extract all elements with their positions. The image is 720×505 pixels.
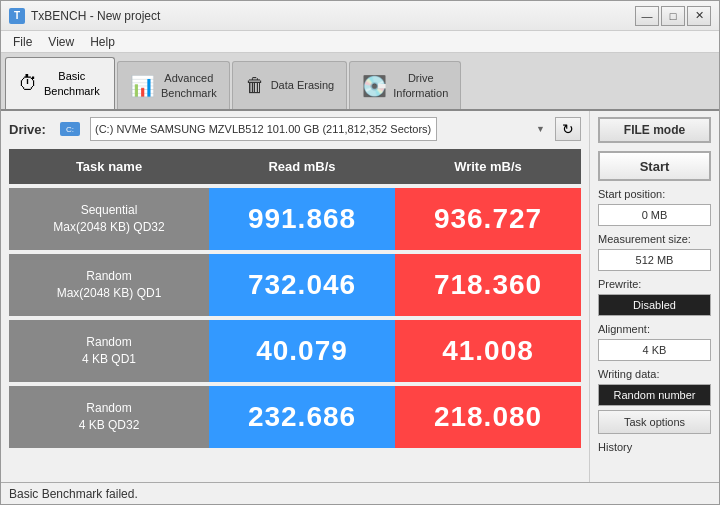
measurement-size-label: Measurement size:	[598, 233, 711, 245]
tab-advanced-label: AdvancedBenchmark	[161, 71, 217, 100]
drive-type-icon: C:	[60, 122, 80, 136]
col-write: Write mB/s	[395, 155, 581, 178]
menu-view[interactable]: View	[40, 33, 82, 51]
alignment-value: 4 KB	[598, 339, 711, 361]
minimize-button[interactable]: —	[635, 6, 659, 26]
drive-row: Drive: C: (C:) NVMe SAMSUNG MZVLB512 101…	[9, 117, 581, 141]
tab-basic-icon: ⏱	[18, 72, 38, 95]
read-value-1: 732.046	[209, 254, 395, 316]
tab-drive-label: DriveInformation	[393, 71, 448, 100]
menu-bar: File View Help	[1, 31, 719, 53]
task-name-1: RandomMax(2048 KB) QD1	[9, 254, 209, 316]
write-value-0: 936.727	[395, 188, 581, 250]
right-panel: FILE mode Start Start position: 0 MB Mea…	[589, 111, 719, 482]
left-panel: Drive: C: (C:) NVMe SAMSUNG MZVLB512 101…	[1, 111, 589, 482]
table-row: Random4 KB QD1 40.079 41.008	[9, 320, 581, 382]
write-value-2: 41.008	[395, 320, 581, 382]
tab-basic-benchmark[interactable]: ⏱ BasicBenchmark	[5, 57, 115, 109]
start-button[interactable]: Start	[598, 151, 711, 181]
read-value-0: 991.868	[209, 188, 395, 250]
write-value-3: 218.080	[395, 386, 581, 448]
window-title: TxBENCH - New project	[31, 9, 160, 23]
task-name-0: SequentialMax(2048 KB) QD32	[9, 188, 209, 250]
measurement-size-value: 512 MB	[598, 249, 711, 271]
status-bar: Basic Benchmark failed.	[1, 482, 719, 504]
read-value-2: 40.079	[209, 320, 395, 382]
prewrite-label: Prewrite:	[598, 278, 711, 290]
close-button[interactable]: ✕	[687, 6, 711, 26]
drive-select[interactable]: (C:) NVMe SAMSUNG MZVLB512 101.00 GB (21…	[90, 117, 437, 141]
alignment-label: Alignment:	[598, 323, 711, 335]
tab-advanced-icon: 📊	[130, 74, 155, 98]
col-task-name: Task name	[9, 155, 209, 178]
read-value-3: 232.686	[209, 386, 395, 448]
col-read: Read mB/s	[209, 155, 395, 178]
prewrite-value: Disabled	[598, 294, 711, 316]
table-header: Task name Read mB/s Write mB/s	[9, 149, 581, 184]
table-row: SequentialMax(2048 KB) QD32 991.868 936.…	[9, 188, 581, 250]
app-icon: T	[9, 8, 25, 24]
tab-data-erasing[interactable]: 🗑 Data Erasing	[232, 61, 348, 109]
maximize-button[interactable]: □	[661, 6, 685, 26]
benchmark-rows: SequentialMax(2048 KB) QD32 991.868 936.…	[9, 188, 581, 448]
main-window: T TxBENCH - New project — □ ✕ File View …	[0, 0, 720, 505]
task-options-button[interactable]: Task options	[598, 410, 711, 434]
title-bar-left: T TxBENCH - New project	[9, 8, 160, 24]
file-mode-button[interactable]: FILE mode	[598, 117, 711, 143]
tab-drive-information[interactable]: 💽 DriveInformation	[349, 61, 461, 109]
drive-select-wrapper: (C:) NVMe SAMSUNG MZVLB512 101.00 GB (21…	[90, 117, 549, 141]
writing-data-value: Random number	[598, 384, 711, 406]
write-value-1: 718.360	[395, 254, 581, 316]
task-name-2: Random4 KB QD1	[9, 320, 209, 382]
refresh-button[interactable]: ↻	[555, 117, 581, 141]
table-row: RandomMax(2048 KB) QD1 732.046 718.360	[9, 254, 581, 316]
tab-bar: ⏱ BasicBenchmark 📊 AdvancedBenchmark 🗑 D…	[1, 53, 719, 111]
tab-erasing-icon: 🗑	[245, 74, 265, 97]
tab-advanced-benchmark[interactable]: 📊 AdvancedBenchmark	[117, 61, 230, 109]
status-text: Basic Benchmark failed.	[9, 487, 138, 501]
tab-drive-icon: 💽	[362, 74, 387, 98]
start-position-label: Start position:	[598, 188, 711, 200]
task-name-3: Random4 KB QD32	[9, 386, 209, 448]
main-content: Drive: C: (C:) NVMe SAMSUNG MZVLB512 101…	[1, 111, 719, 482]
writing-data-label: Writing data:	[598, 368, 711, 380]
title-bar: T TxBENCH - New project — □ ✕	[1, 1, 719, 31]
menu-file[interactable]: File	[5, 33, 40, 51]
tab-basic-label: BasicBenchmark	[44, 69, 100, 98]
start-position-value: 0 MB	[598, 204, 711, 226]
drive-label: Drive:	[9, 122, 54, 137]
table-row: Random4 KB QD32 232.686 218.080	[9, 386, 581, 448]
menu-help[interactable]: Help	[82, 33, 123, 51]
window-controls: — □ ✕	[635, 6, 711, 26]
tab-erasing-label: Data Erasing	[271, 78, 335, 92]
history-label: History	[598, 441, 711, 453]
